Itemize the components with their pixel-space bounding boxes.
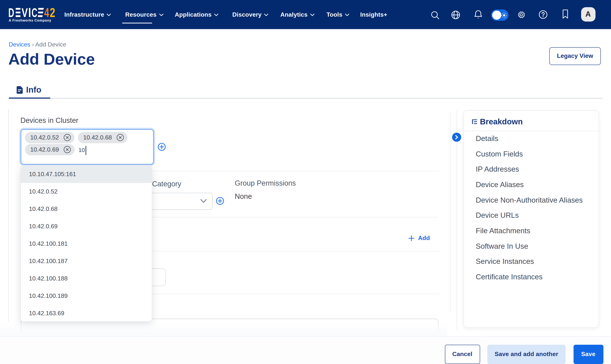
svg-text:V: V bbox=[22, 8, 28, 17]
svg-text:D: D bbox=[8, 8, 14, 17]
svg-text:4: 4 bbox=[44, 8, 49, 17]
svg-text:2: 2 bbox=[50, 8, 55, 17]
svg-text:C: C bbox=[32, 8, 37, 17]
